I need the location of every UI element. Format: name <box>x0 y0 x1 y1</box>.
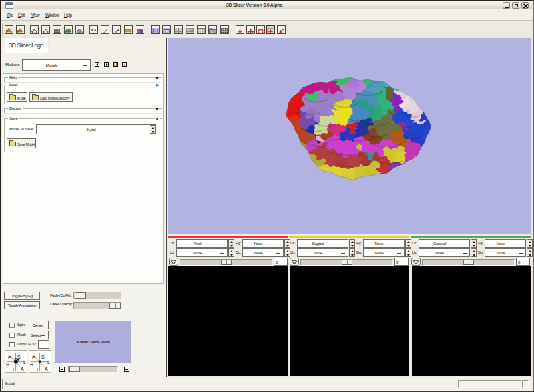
svg-text:R: R <box>6 362 9 367</box>
svg-text:P: P <box>8 355 11 360</box>
svg-text:I: I <box>13 367 14 372</box>
svg-text:P: P <box>32 355 35 360</box>
svg-text:A: A <box>21 367 24 371</box>
svg-text:A: A <box>45 367 48 371</box>
svg-text:S: S <box>41 355 45 359</box>
svg-text:I: I <box>37 367 38 372</box>
svg-text:L: L <box>23 360 26 365</box>
svg-text:L: L <box>47 360 50 365</box>
svg-text:S: S <box>17 355 21 359</box>
svg-text:R: R <box>30 362 33 367</box>
